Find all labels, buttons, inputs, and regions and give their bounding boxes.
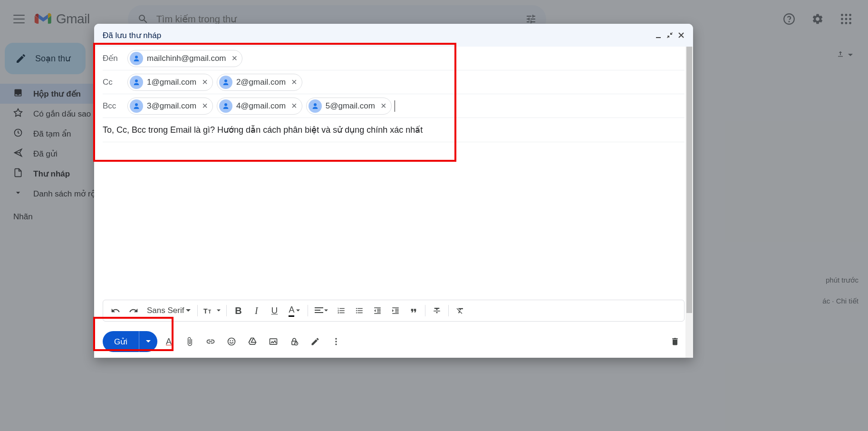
svg-point-10 [849, 22, 851, 24]
svg-point-24 [230, 341, 231, 341]
insert-emoji-button[interactable] [222, 332, 241, 351]
svg-point-9 [845, 22, 848, 24]
remove-chip-button[interactable]: × [379, 100, 388, 111]
remove-chip-button[interactable]: × [200, 100, 210, 111]
strikethrough-button[interactable] [428, 302, 445, 319]
compose-button[interactable]: Soạn thư [5, 43, 86, 74]
remove-chip-button[interactable]: × [200, 77, 210, 88]
avatar-icon [130, 99, 143, 113]
help-button[interactable] [779, 9, 800, 29]
avatar-icon [219, 76, 232, 89]
more-options-button[interactable] [327, 332, 346, 351]
send-icon [13, 148, 23, 160]
quote-button[interactable] [405, 302, 422, 319]
svg-point-17 [314, 103, 317, 106]
compose-window: Đã lưu thư nháp Đến mailchinh@gmail.com×… [94, 24, 693, 358]
scrollbar-thumb[interactable] [686, 47, 692, 313]
compose-actions: Gửi A [94, 325, 693, 358]
svg-point-4 [849, 14, 851, 16]
gmail-wordmark: Gmail [56, 11, 90, 27]
subject-field[interactable]: To, Cc, Bcc trong Email là gì? Hướng dẫn… [103, 118, 685, 142]
recipient-chip[interactable]: mailchinh@gmail.com× [127, 50, 242, 67]
cc-row[interactable]: Cc 1@gmail.com×2@gmail.com× [103, 70, 685, 94]
chip-email: 4@gmail.com [236, 101, 286, 111]
remove-formatting-button[interactable] [452, 302, 469, 319]
bcc-label: Bcc [103, 101, 127, 111]
svg-text:T: T [208, 309, 211, 314]
underline-button[interactable]: U [266, 302, 283, 319]
activity-info: phút trước ác · Chi tiết [822, 276, 858, 305]
chip-email: 5@gmail.com [326, 101, 375, 111]
recipient-chip[interactable]: 3@gmail.com× [127, 98, 213, 115]
send-button[interactable]: Gửi [103, 331, 157, 352]
svg-rect-22 [315, 312, 323, 313]
to-row[interactable]: Đến mailchinh@gmail.com× [103, 47, 685, 70]
bold-button[interactable]: B [230, 302, 247, 319]
chip-email: 3@gmail.com [147, 101, 196, 111]
italic-button[interactable]: I [248, 302, 265, 319]
svg-point-1 [789, 21, 789, 22]
confidential-mode-button[interactable] [285, 332, 304, 351]
send-options-button[interactable] [139, 331, 157, 352]
sidebar-item-label: Có gắn dấu sao [33, 109, 91, 119]
logo-area[interactable]: Gmail [34, 11, 90, 27]
svg-point-30 [335, 341, 337, 342]
svg-point-23 [228, 338, 235, 345]
format-toolbar: Sans Serif TT B I U A [103, 300, 685, 322]
close-button[interactable] [678, 32, 685, 39]
input-tools-dropdown[interactable] [836, 50, 853, 60]
sidebar-item-label: Thư nháp [33, 169, 70, 179]
compose-header: Đã lưu thư nháp [94, 24, 693, 47]
svg-point-16 [224, 103, 227, 106]
svg-point-7 [849, 18, 851, 20]
message-body[interactable] [103, 142, 685, 237]
remove-chip-button[interactable]: × [230, 53, 240, 64]
minimize-button[interactable] [655, 32, 662, 39]
main-menu-button[interactable] [8, 8, 30, 30]
discard-draft-button[interactable] [665, 332, 685, 351]
remove-chip-button[interactable]: × [289, 77, 299, 88]
recipient-chip[interactable]: 4@gmail.com× [217, 98, 302, 115]
font-size-button[interactable]: TT [201, 302, 223, 319]
sidebar-item-label: Hộp thư đến [33, 89, 81, 99]
bulleted-list-button[interactable] [351, 302, 368, 319]
svg-point-15 [135, 103, 138, 106]
avatar-icon [130, 76, 143, 89]
align-button[interactable] [311, 302, 332, 319]
recipient-chip[interactable]: 2@gmail.com× [217, 74, 302, 91]
redo-button[interactable] [125, 302, 142, 319]
svg-rect-20 [315, 307, 323, 308]
undo-button[interactable] [107, 302, 124, 319]
svg-rect-21 [315, 310, 320, 311]
search-options-icon[interactable] [525, 13, 537, 25]
clock-icon [13, 128, 23, 140]
font-family-select[interactable]: Sans Serif [143, 306, 194, 315]
recipient-chip[interactable]: 1@gmail.com× [127, 74, 213, 91]
exit-fullscreen-button[interactable] [666, 32, 673, 39]
apps-button[interactable] [836, 9, 857, 29]
insert-photo-button[interactable] [264, 332, 283, 351]
svg-point-14 [224, 79, 227, 82]
chip-email: mailchinh@gmail.com [147, 54, 226, 63]
text-cursor [395, 100, 395, 112]
settings-button[interactable] [807, 9, 828, 29]
numbered-list-button[interactable] [333, 302, 350, 319]
svg-point-31 [335, 343, 337, 345]
remove-chip-button[interactable]: × [289, 100, 299, 111]
recipient-chip[interactable]: 5@gmail.com× [306, 98, 392, 115]
avatar-icon [130, 52, 143, 65]
svg-point-12 [135, 56, 138, 59]
bcc-row[interactable]: Bcc 3@gmail.com×4@gmail.com×5@gmail.com× [103, 94, 685, 118]
svg-point-13 [135, 79, 138, 82]
hamburger-icon [13, 15, 25, 23]
insert-drive-button[interactable] [243, 332, 262, 351]
indent-less-button[interactable] [369, 302, 386, 319]
svg-point-8 [841, 22, 843, 24]
text-color-button[interactable]: A [284, 302, 305, 319]
formatting-options-button[interactable]: A [159, 332, 178, 351]
insert-signature-button[interactable] [306, 332, 325, 351]
insert-link-button[interactable] [201, 332, 220, 351]
search-input[interactable] [156, 14, 525, 25]
attach-file-button[interactable] [180, 332, 199, 351]
indent-more-button[interactable] [387, 302, 404, 319]
